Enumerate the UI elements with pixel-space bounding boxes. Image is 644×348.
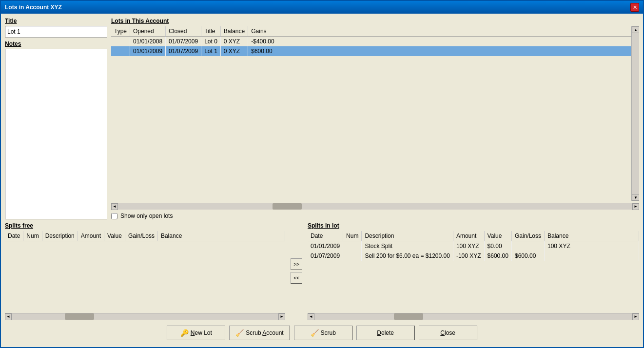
sf-col-num: Num bbox=[23, 231, 42, 241]
sf-col-amount: Amount bbox=[78, 231, 104, 241]
notes-textarea[interactable] bbox=[5, 49, 107, 219]
sl-desc: Sell 200 for $6.00 ea = $1200.00 bbox=[362, 251, 453, 261]
row-closed: 01/07/2009 bbox=[166, 46, 201, 56]
sf-scroll-right[interactable]: ► bbox=[278, 313, 285, 320]
show-open-lots-checkbox[interactable] bbox=[111, 213, 117, 219]
sl-col-date: Date bbox=[308, 231, 343, 241]
lots-table-scroll[interactable]: Type Opened Closed Title Balance Gains bbox=[111, 26, 631, 201]
sl-amount: -100 XYZ bbox=[453, 251, 484, 261]
sl-scroll-right[interactable]: ► bbox=[632, 313, 639, 320]
row-opened: 01/01/2009 bbox=[130, 46, 166, 56]
splits-lot-table-wrapper: Date Num Description Amount Value Gain/L… bbox=[308, 231, 639, 311]
table-row[interactable]: 01/01/2009 01/07/2009 Lot 1 0 XYZ $600.0… bbox=[111, 46, 631, 56]
sl-amount: 100 XYZ bbox=[453, 241, 484, 251]
row-type bbox=[111, 46, 130, 56]
new-lot-button[interactable]: 🔑 NNew Lotew Lot bbox=[167, 326, 225, 340]
sl-value: $0.00 bbox=[484, 241, 511, 251]
sf-col-balance: Balance bbox=[157, 231, 285, 241]
sl-col-desc: Description bbox=[362, 231, 453, 241]
row-balance: 0 XYZ bbox=[220, 37, 248, 47]
row-title: Lot 0 bbox=[201, 37, 221, 47]
sf-col-desc: Description bbox=[42, 231, 78, 241]
lots-col-title: Title bbox=[201, 26, 221, 37]
sl-balance: 100 XYZ bbox=[545, 241, 639, 251]
sf-col-date: Date bbox=[5, 231, 23, 241]
close-button[interactable]: Close bbox=[419, 326, 477, 340]
sf-col-gainloss: Gain/Loss bbox=[125, 231, 157, 241]
scroll-left-button[interactable]: ◄ bbox=[111, 203, 118, 210]
row-gains: -$400.00 bbox=[248, 37, 631, 47]
sl-num bbox=[343, 241, 362, 251]
sf-scroll-track bbox=[12, 313, 278, 320]
sf-scroll-left[interactable]: ◄ bbox=[5, 313, 12, 320]
splits-lot-scroll[interactable]: Date Num Description Amount Value Gain/L… bbox=[308, 231, 639, 311]
splits-free-horizontal-scrollbar[interactable]: ◄ ► bbox=[5, 313, 285, 320]
sl-gainloss bbox=[511, 241, 544, 251]
sl-date: 01/07/2009 bbox=[308, 251, 343, 261]
splits-free-title: Splits free bbox=[5, 222, 285, 229]
splits-free-scroll[interactable]: Date Num Description Amount Value Gain/L… bbox=[5, 231, 285, 311]
scroll-right-button[interactable]: ► bbox=[632, 203, 639, 210]
table-row[interactable]: 01/01/2008 01/07/2009 Lot 0 0 XYZ -$400.… bbox=[111, 37, 631, 47]
row-opened: 01/01/2008 bbox=[130, 37, 166, 47]
show-open-lots-label[interactable]: Show only open lots bbox=[120, 213, 173, 219]
scrub-account-label: Scrub Account bbox=[246, 329, 283, 336]
window-title: Lots in Account XYZ bbox=[5, 4, 62, 11]
sl-scroll-left[interactable]: ◄ bbox=[308, 313, 314, 320]
row-title: Lot 1 bbox=[201, 46, 221, 56]
title-input[interactable] bbox=[5, 26, 107, 38]
notes-field-label: Notes bbox=[5, 40, 107, 47]
table-row[interactable]: 01/01/2009 Stock Split 100 XYZ $0.00 100… bbox=[308, 241, 639, 251]
new-lot-label: NNew Lotew Lot bbox=[191, 329, 212, 336]
move-right-button[interactable]: >> bbox=[291, 258, 302, 270]
lots-panel: Lots in This Account Type Opened Closed … bbox=[111, 18, 639, 219]
notes-field-group: Notes bbox=[5, 40, 107, 219]
table-row[interactable]: 01/07/2009 Sell 200 for $6.00 ea = $1200… bbox=[308, 251, 639, 261]
lots-col-closed: Closed bbox=[166, 26, 201, 37]
sl-gainloss: $600.00 bbox=[511, 251, 544, 261]
row-balance: 0 XYZ bbox=[220, 46, 248, 56]
main-content: Title Notes Lots in This Account bbox=[1, 14, 643, 347]
sl-col-value: Value bbox=[484, 231, 511, 241]
sf-col-value: Value bbox=[104, 231, 125, 241]
lots-col-balance: Balance bbox=[220, 26, 248, 37]
move-left-button[interactable]: << bbox=[291, 272, 302, 284]
bottom-section: Splits free Date Num Description Amount bbox=[5, 222, 639, 320]
close-window-button[interactable]: ✕ bbox=[630, 3, 639, 12]
lots-horizontal-scrollbar[interactable]: ◄ ► bbox=[111, 203, 639, 210]
scroll-down-button[interactable]: ▼ bbox=[632, 194, 639, 201]
scrub-account-icon: 🧹 bbox=[235, 329, 244, 337]
top-section: Title Notes Lots in This Account bbox=[5, 18, 639, 219]
sl-col-balance: Balance bbox=[545, 231, 639, 241]
lots-section-title: Lots in This Account bbox=[111, 18, 639, 24]
splits-in-lot-panel: Splits in lot Date Num Description Amoun… bbox=[308, 222, 639, 320]
sl-balance bbox=[545, 251, 639, 261]
title-bar: Lots in Account XYZ ✕ bbox=[1, 1, 643, 14]
lots-table-wrapper: Type Opened Closed Title Balance Gains bbox=[111, 26, 639, 201]
splits-free-table-wrapper: Date Num Description Amount Value Gain/L… bbox=[5, 231, 285, 311]
close-label: Close bbox=[440, 329, 455, 336]
title-field-group: Title bbox=[5, 18, 107, 38]
splits-free-panel: Splits free Date Num Description Amount bbox=[5, 222, 285, 320]
sl-col-gainloss: Gain/Loss bbox=[511, 231, 544, 241]
row-gains: $600.00 bbox=[248, 46, 631, 56]
splits-lot-horizontal-scrollbar[interactable]: ◄ ► bbox=[308, 313, 639, 320]
new-lot-icon: 🔑 bbox=[180, 329, 189, 337]
scrub-account-button[interactable]: 🧹 Scrub Account bbox=[229, 326, 290, 340]
scrub-label: Scrub bbox=[321, 329, 336, 336]
row-closed: 01/07/2009 bbox=[166, 37, 201, 47]
lots-vertical-scrollbar[interactable]: ▲ ▼ bbox=[631, 26, 639, 201]
sl-desc: Stock Split bbox=[362, 241, 453, 251]
scrub-button[interactable]: 🧹 Scrub bbox=[294, 326, 352, 340]
scroll-up-button[interactable]: ▲ bbox=[632, 26, 639, 33]
scroll-h-track bbox=[118, 203, 632, 210]
sl-col-num: Num bbox=[343, 231, 362, 241]
delete-button[interactable]: Delete bbox=[356, 326, 415, 340]
lots-col-opened: Opened bbox=[130, 26, 166, 37]
sl-scroll-track bbox=[314, 313, 632, 320]
action-buttons: 🔑 NNew Lotew Lot 🧹 Scrub Account 🧹 Scrub… bbox=[5, 323, 639, 343]
splits-lot-table: Date Num Description Amount Value Gain/L… bbox=[308, 231, 639, 261]
sl-value: $600.00 bbox=[484, 251, 511, 261]
row-type bbox=[111, 37, 130, 47]
lots-table: Type Opened Closed Title Balance Gains bbox=[111, 26, 631, 56]
